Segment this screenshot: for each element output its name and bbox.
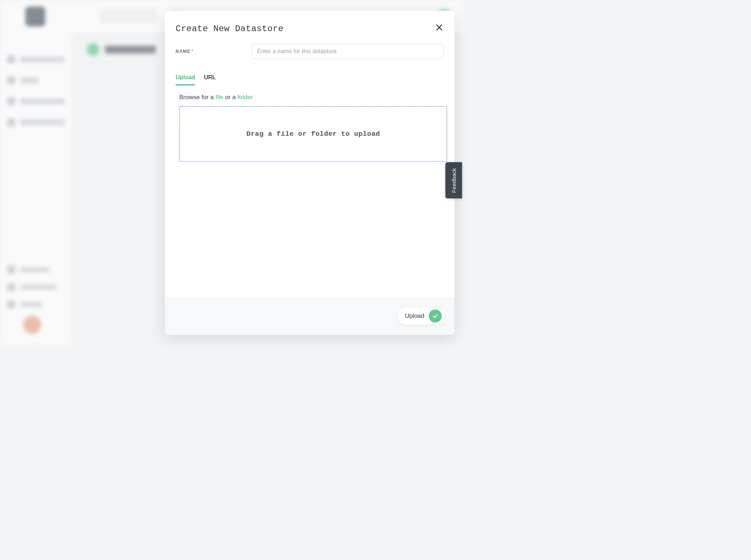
name-label-text: NAME: [176, 49, 190, 54]
close-icon: [436, 24, 442, 31]
browse-file-link[interactable]: file: [215, 94, 223, 101]
upload-button-label: Upload: [405, 312, 424, 320]
required-mark: *: [191, 49, 193, 54]
create-datastore-modal: Create New Datastore NAME* Upload URL Br…: [165, 11, 454, 335]
check-icon: [432, 313, 438, 319]
browse-prefix: Browse for a: [179, 94, 215, 101]
tab-url[interactable]: URL: [204, 74, 216, 85]
modal-title: Create New Datastore: [176, 24, 444, 34]
browse-folder-link[interactable]: folder: [238, 94, 253, 101]
feedback-tab[interactable]: Feedback: [445, 162, 462, 198]
name-label: NAME*: [176, 49, 244, 54]
upload-button[interactable]: Upload: [397, 307, 445, 325]
datastore-name-input[interactable]: [252, 44, 444, 59]
feedback-label: Feedback: [451, 168, 457, 193]
upload-dropzone[interactable]: Drag a file or folder to upload: [179, 106, 447, 162]
close-button[interactable]: [434, 22, 444, 33]
dropzone-text: Drag a file or folder to upload: [247, 130, 380, 138]
browse-instruction: Browse for a file or a folder: [179, 94, 444, 101]
source-tabs: Upload URL: [176, 74, 444, 86]
tab-upload[interactable]: Upload: [176, 74, 195, 85]
modal-footer: Upload: [165, 297, 454, 335]
browse-middle: or a: [223, 94, 238, 101]
upload-button-icon-wrap: [429, 310, 442, 323]
